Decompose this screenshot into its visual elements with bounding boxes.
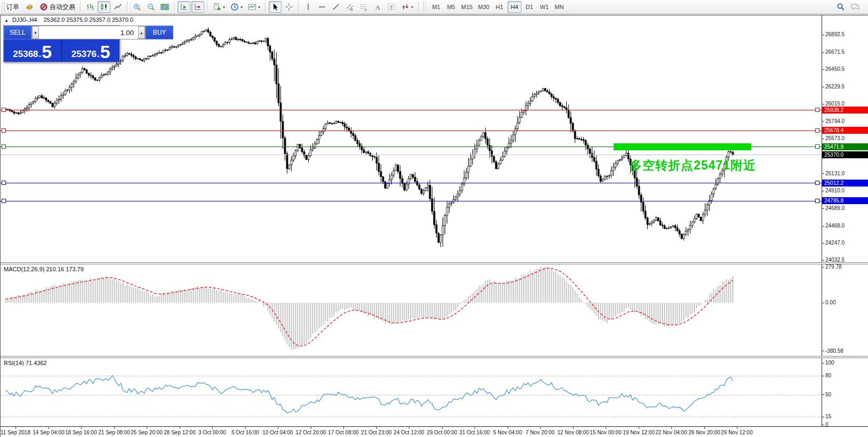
channel-icon: E — [345, 3, 354, 11]
zoom-out-button[interactable] — [144, 1, 157, 13]
time-tick — [49, 427, 49, 429]
chat-button[interactable] — [848, 1, 862, 13]
collapse-triangle-icon[interactable]: ▲ — [4, 18, 9, 23]
line-endpoint-marker[interactable] — [2, 144, 6, 149]
label-icon: T — [387, 3, 396, 11]
line-endpoint-marker[interactable] — [2, 181, 6, 185]
horizontal-line-25370.0[interactable] — [1, 155, 822, 155]
annotation-text[interactable]: 多空转折点25471附近 — [630, 157, 756, 174]
cursor-button[interactable] — [269, 1, 282, 13]
arrows-button[interactable]: ▾ — [399, 1, 415, 13]
timeframe-h1-button[interactable]: H1 — [493, 1, 507, 13]
axis-tick: 26671.5 — [822, 49, 845, 55]
tile-windows-button[interactable] — [158, 1, 171, 13]
axis-tick: 0.00 — [822, 300, 835, 306]
time-tick — [245, 427, 246, 429]
volume-decrease-button[interactable]: ▼ — [32, 26, 39, 39]
channel-button[interactable]: E — [343, 1, 356, 13]
trendline-icon — [332, 3, 340, 11]
line-endpoint-marker[interactable] — [2, 108, 6, 112]
chart-line-button[interactable] — [111, 1, 124, 13]
macd-values: 210.16 173.79 — [46, 266, 83, 272]
axis-tick: 25794.0 — [822, 118, 845, 125]
arrows-icon — [401, 3, 409, 11]
chart-shift-button[interactable] — [191, 1, 204, 13]
time-tick — [442, 427, 443, 429]
toolbar-separator — [298, 2, 299, 12]
chart-candles-button[interactable] — [98, 1, 110, 13]
horizontal-line-25678.4[interactable] — [1, 131, 822, 131]
line-endpoint-marker[interactable] — [2, 128, 6, 133]
periods-button[interactable]: ▾ — [228, 1, 245, 13]
arrows-caret-icon[interactable]: ▾ — [411, 5, 413, 10]
svg-text:A: A — [375, 4, 380, 11]
sell-button[interactable]: SELL — [4, 26, 31, 39]
templates-caret-icon[interactable]: ▾ — [258, 5, 260, 10]
price-label-25678.4: 25678.4 — [822, 127, 868, 134]
mt4-terminal-window: 订单自动交易▾▾▾EFAT▾M1M5M15M30H1H4D1W1MN ▲ DJ3… — [0, 0, 868, 437]
zoom-out-icon — [147, 3, 155, 11]
timeframe-m5-button[interactable]: M5 — [444, 1, 458, 13]
trendline-button[interactable] — [329, 1, 342, 13]
timeframe-m15-button[interactable]: M15 — [459, 1, 475, 13]
periods-caret-icon[interactable]: ▾ — [240, 5, 243, 10]
horizontal-line-button[interactable] — [316, 1, 328, 13]
timeframe-w1-button[interactable]: W1 — [537, 1, 551, 13]
horizontal-line-25938.2[interactable] — [1, 110, 822, 110]
time-tick — [508, 427, 508, 429]
axis-tick: 24910.0 — [822, 188, 845, 194]
vertical-line-button[interactable] — [302, 1, 315, 13]
chart-bars-button[interactable] — [84, 1, 97, 13]
chart-candles-icon — [100, 3, 108, 11]
indicators-caret-icon[interactable]: ▾ — [223, 5, 225, 10]
buy-price[interactable]: 25376.5 — [62, 39, 120, 62]
volume-input[interactable] — [39, 26, 138, 39]
time-tick — [311, 427, 311, 429]
crosshair-button[interactable] — [283, 1, 295, 13]
toolbar-separator — [127, 2, 128, 12]
macd-pane: MACD(12,26,9) 210.16 173.79 — [1, 264, 822, 356]
indicators-button[interactable]: ▾ — [211, 1, 227, 13]
green-zone-rectangle[interactable] — [614, 143, 751, 150]
autotrading-button[interactable]: 自动交易 — [37, 1, 77, 13]
volume-increase-button[interactable]: ▲ — [138, 26, 145, 39]
briefcase-icon-button[interactable] — [22, 1, 36, 13]
buy-button[interactable]: BUY — [146, 26, 173, 39]
toolbar-grip[interactable] — [423, 2, 426, 12]
search-button[interactable] — [834, 1, 847, 13]
line-endpoint-marker[interactable] — [815, 144, 819, 149]
timeframe-d1-button[interactable]: D1 — [523, 1, 536, 13]
rsi-value: 71.4362 — [26, 360, 47, 366]
axis-tick: 100 — [822, 360, 834, 366]
horizontal-line-25012.2[interactable] — [1, 183, 822, 183]
horizontal-line-24785.8[interactable] — [1, 201, 822, 201]
line-endpoint-marker[interactable] — [815, 199, 819, 203]
auto-scroll-button[interactable] — [178, 1, 190, 13]
timeframe-m30-button[interactable]: M30 — [476, 1, 491, 13]
chart-bars-icon — [86, 3, 94, 11]
time-tick — [212, 427, 213, 429]
fibonacci-button[interactable]: F — [357, 1, 370, 13]
pane-separator[interactable] — [1, 356, 868, 358]
text-button[interactable]: A — [371, 1, 384, 13]
fibonacci-icon: F — [359, 3, 368, 11]
templates-button[interactable]: ▾ — [246, 1, 262, 13]
axis-tick: 80 — [822, 373, 831, 379]
pane-separator[interactable] — [1, 262, 868, 264]
timeframe-m1-button[interactable]: M1 — [429, 1, 443, 13]
line-endpoint-marker[interactable] — [815, 181, 819, 185]
timeframe-mn-button[interactable]: MN — [552, 1, 566, 13]
price-axis: 26892.526671.526450.526229.526015.025794… — [822, 15, 868, 426]
templates-icon — [248, 3, 256, 11]
time-label: 29 Nov 12:00 — [712, 430, 761, 435]
axis-tick: 24689.0 — [822, 205, 845, 212]
time-tick — [704, 427, 705, 429]
line-endpoint-marker[interactable] — [815, 128, 819, 133]
line-endpoint-marker[interactable] — [815, 108, 819, 112]
new-order-button[interactable]: 订单 — [3, 1, 21, 13]
label-button[interactable]: T — [385, 1, 398, 13]
timeframe-h4-button[interactable]: H4 — [508, 1, 521, 13]
sell-price[interactable]: 25368.5 — [4, 39, 61, 62]
zoom-in-button[interactable] — [131, 1, 143, 13]
line-endpoint-marker[interactable] — [2, 199, 6, 203]
